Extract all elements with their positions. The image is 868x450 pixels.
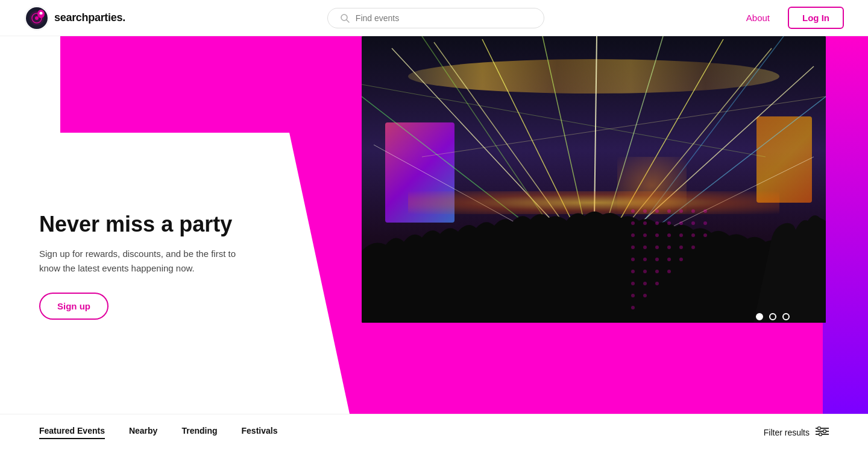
hero-section: // Generate dot pattern Never miss a par… (0, 36, 868, 414)
svg-point-70 (643, 294, 647, 297)
logo-icon (24, 5, 49, 31)
svg-point-60 (667, 258, 671, 261)
svg-point-37 (631, 221, 635, 225)
svg-point-45 (643, 233, 647, 237)
svg-line-9 (347, 20, 349, 22)
svg-point-39 (655, 221, 659, 225)
svg-point-41 (679, 221, 683, 225)
svg-point-32 (655, 209, 659, 213)
svg-point-46 (655, 233, 659, 237)
svg-point-40 (667, 221, 671, 225)
svg-point-56 (691, 246, 695, 249)
svg-point-77 (819, 433, 822, 436)
hero-title: Never miss a party (39, 211, 329, 237)
svg-point-43 (703, 221, 707, 225)
svg-point-33 (667, 209, 671, 213)
svg-point-66 (631, 282, 635, 285)
hero-bg-white-top (0, 36, 60, 133)
nav-tabs: Featured Events Nearby Trending Festival… (39, 426, 277, 439)
svg-point-65 (667, 270, 671, 273)
svg-point-54 (667, 246, 671, 249)
hero-right-gradient (823, 36, 868, 414)
svg-point-75 (818, 426, 821, 429)
svg-point-59 (655, 258, 659, 261)
svg-point-53 (655, 246, 659, 249)
hero-image (362, 36, 826, 323)
crowd-svg (362, 203, 826, 323)
logo-text: searchparties. (54, 11, 125, 24)
svg-point-76 (823, 429, 826, 433)
svg-point-52 (643, 246, 647, 249)
svg-point-35 (691, 209, 695, 213)
svg-line-29 (362, 84, 766, 157)
svg-point-49 (691, 233, 695, 237)
svg-point-51 (631, 246, 635, 249)
about-link[interactable]: About (746, 13, 770, 23)
svg-point-55 (679, 246, 683, 249)
search-input[interactable] (356, 13, 532, 23)
filter-label: Filter results (764, 428, 810, 437)
svg-point-62 (631, 270, 635, 273)
bottom-nav: Featured Events Nearby Trending Festival… (0, 414, 868, 450)
tab-trending[interactable]: Trending (181, 426, 217, 439)
svg-point-42 (691, 221, 695, 225)
signup-button[interactable]: Sign up (39, 293, 108, 320)
svg-point-31 (643, 209, 647, 213)
tab-festivals[interactable]: Festivals (242, 426, 278, 439)
svg-point-67 (643, 282, 647, 285)
svg-point-61 (679, 258, 683, 261)
svg-point-58 (643, 258, 647, 261)
svg-point-44 (631, 233, 635, 237)
svg-point-69 (631, 294, 635, 297)
filter-area[interactable]: Filter results (764, 426, 829, 439)
slider-dots (756, 313, 790, 320)
concert-scene (362, 36, 826, 323)
login-button[interactable]: Log In (788, 7, 844, 29)
svg-point-57 (631, 258, 635, 261)
svg-point-4 (35, 16, 39, 20)
svg-point-47 (667, 233, 671, 237)
svg-point-63 (643, 270, 647, 273)
svg-point-68 (655, 282, 659, 285)
slider-dot-1[interactable] (756, 313, 763, 320)
search-icon (340, 13, 350, 23)
dot-pattern-decoration: // Generate dot pattern (627, 205, 747, 386)
svg-point-6 (40, 11, 43, 14)
svg-point-48 (679, 233, 683, 237)
svg-point-71 (631, 306, 635, 309)
header: searchparties. About Log In (0, 0, 868, 36)
hero-content: Never miss a party Sign up for rewards, … (39, 211, 329, 320)
slider-dot-3[interactable] (782, 313, 790, 320)
svg-point-36 (703, 209, 707, 213)
header-nav: About Log In (746, 7, 844, 29)
svg-point-38 (643, 221, 647, 225)
slider-dot-2[interactable] (769, 313, 776, 320)
svg-point-50 (703, 233, 707, 237)
filter-icon (816, 426, 829, 439)
svg-point-64 (655, 270, 659, 273)
search-bar[interactable] (327, 8, 544, 28)
svg-point-34 (679, 209, 683, 213)
svg-point-30 (631, 209, 635, 213)
tab-featured-events[interactable]: Featured Events (39, 426, 105, 439)
hero-subtitle: Sign up for rewards, discounts, and be t… (39, 247, 244, 276)
tab-nearby[interactable]: Nearby (129, 426, 157, 439)
logo[interactable]: searchparties. (24, 5, 125, 31)
